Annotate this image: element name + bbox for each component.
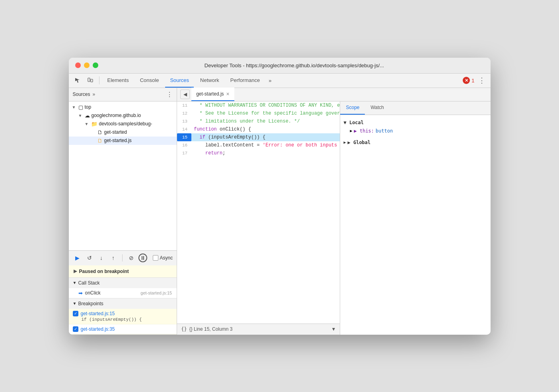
async-checkbox-group[interactable]: Async: [153, 255, 173, 261]
inspect-icon[interactable]: [72, 75, 83, 86]
tab-performance[interactable]: Performance: [226, 73, 265, 88]
editor-tab-getstarted[interactable]: get-started.js ×: [191, 88, 234, 101]
code-area[interactable]: 11 * WITHOUT WARRANTIES OR CONDITIONS OF…: [177, 101, 340, 324]
breakpoint-item-1: ✓ get-started.js:15 if (inputsAreEmpty()…: [69, 309, 177, 324]
code-content-13: * limitations under the License. */: [191, 117, 340, 125]
code-line-13: 13 * limitations under the License. */: [177, 117, 340, 125]
call-stack-item[interactable]: ➡ onClick get-started.js:15: [69, 288, 177, 298]
tab-elements[interactable]: Elements: [103, 73, 134, 88]
step-out-button[interactable]: ↑: [109, 253, 118, 263]
dbg-divider: [122, 254, 123, 261]
editor-scope-container: 11 * WITHOUT WARRANTIES OR CONDITIONS OF…: [177, 101, 490, 335]
line-number-14: 14: [177, 125, 191, 133]
resume-button[interactable]: ▶: [73, 253, 82, 263]
scope-local-header[interactable]: ▼ Local: [343, 118, 490, 127]
breakpoints-header[interactable]: ▼ Breakpoints: [69, 298, 177, 309]
tab-sources[interactable]: Sources: [165, 73, 194, 88]
error-badge[interactable]: ✕ 1: [463, 77, 474, 84]
device-toolbar-icon[interactable]: [85, 75, 96, 86]
tree-item-top[interactable]: ▼ ▢ top: [69, 103, 177, 111]
code-line-17: 17 return;: [177, 149, 340, 157]
call-stack-section: ▼ Call Stack ➡ onClick get-started.js:15: [69, 278, 177, 298]
breakpoint-item-2: ✓ get-started.js:35: [69, 324, 177, 334]
scope-content: ▼ Local ▶ ▶ this: button ▶ ▶ Global Wind…: [340, 115, 490, 335]
error-count: 1: [471, 78, 474, 84]
status-format-icon[interactable]: {}: [181, 326, 187, 332]
tree-arrow-top: ▼: [72, 105, 77, 109]
tab-console[interactable]: Console: [135, 73, 164, 88]
step-into-button[interactable]: ↓: [97, 253, 106, 263]
editor-tab-bar: ◀ get-started.js ×: [177, 88, 490, 101]
error-icon: ✕: [463, 77, 470, 84]
code-line-14: 14 function onClick() {: [177, 125, 340, 133]
async-checkbox[interactable]: [153, 255, 158, 261]
editor-back-icon[interactable]: ◀: [180, 90, 190, 99]
tab-network[interactable]: Network: [195, 73, 224, 88]
panel-menu-icon[interactable]: ⋮: [166, 91, 173, 98]
paused-banner[interactable]: ▶ Paused on breakpoint: [69, 265, 177, 278]
status-position: {} Line 15, Column 3: [189, 326, 233, 332]
window-title: Developer Tools - https://googlechrome.g…: [105, 62, 484, 68]
paused-arrow-icon: ▶: [74, 269, 77, 274]
main-content: Sources » ⋮ ▼ ▢ top ▼ ☁ googlechrome.git…: [69, 88, 491, 335]
status-expand-icon[interactable]: ▼: [331, 326, 336, 332]
scope-tab-watch[interactable]: Watch: [365, 101, 390, 115]
tree-item-file1[interactable]: 🗋 get-started: [69, 128, 177, 137]
close-button[interactable]: [75, 62, 81, 68]
code-line-11: 11 * WITHOUT WARRANTIES OR CONDITIONS OF…: [177, 101, 340, 109]
code-editor: 11 * WITHOUT WARRANTIES OR CONDITIONS OF…: [177, 101, 340, 335]
page-icon: ▢: [78, 104, 83, 110]
code-content-15: if (inputsAreEmpty()) {: [191, 133, 340, 141]
tree-item-folder[interactable]: ▼ 📁 devtools-samples/debug-: [69, 120, 177, 128]
bp-checkbox-1[interactable]: ✓: [73, 311, 78, 316]
bp-checkbox-2[interactable]: ✓: [73, 326, 78, 332]
code-content-17: return;: [191, 149, 340, 157]
call-name: onClick: [85, 290, 138, 296]
bp-name-1: get-started.js:15: [81, 311, 115, 316]
minimize-button[interactable]: [84, 62, 90, 68]
folder-icon: 📁: [91, 121, 97, 127]
scope-tab-label: Scope: [346, 105, 359, 110]
domain-label: googlechrome.github.io: [92, 113, 141, 118]
code-content-12: * See the License for the specific langu…: [191, 109, 340, 117]
scope-global-label: ▶ Global: [347, 140, 490, 145]
panel-more-button[interactable]: »: [93, 92, 95, 97]
async-label: Async: [160, 255, 173, 261]
call-stack-header[interactable]: ▼ Call Stack: [69, 278, 177, 288]
watch-tab-label: Watch: [370, 105, 384, 110]
tree-item-file2[interactable]: 🗋 get-started.js: [69, 137, 177, 145]
scope-this-key: ▶ this:: [354, 128, 374, 134]
scope-tab-scope[interactable]: Scope: [340, 101, 365, 115]
more-tabs-button[interactable]: »: [266, 78, 274, 84]
status-bar: {} {} Line 15, Column 3 ▼: [177, 324, 340, 335]
toolbar-divider-1: [99, 76, 99, 84]
scope-this-item[interactable]: ▶ ▶ this: button: [343, 127, 490, 135]
tree-item-domain[interactable]: ▼ ☁ googlechrome.github.io: [69, 111, 177, 120]
tree-arrow-domain: ▼: [78, 113, 83, 118]
code-line-12: 12 * See the License for the specific la…: [177, 109, 340, 117]
breakpoints-arrow-icon: ▼: [73, 301, 77, 306]
traffic-lights: [75, 62, 98, 68]
line-number-13: 13: [177, 117, 191, 125]
html-file-icon: 🗋: [97, 129, 103, 135]
editor-tab-label: get-started.js: [196, 91, 224, 97]
call-location: get-started.js:15: [140, 291, 172, 295]
file1-label: get-started: [104, 129, 127, 135]
settings-icon[interactable]: ⋮: [476, 75, 487, 86]
step-over-button[interactable]: ↺: [85, 253, 94, 263]
scope-global-arrow: ▶: [343, 140, 346, 144]
breakpoints-title: Breakpoints: [78, 301, 103, 306]
cloud-icon: ☁: [85, 113, 90, 119]
deactivate-breakpoints-button[interactable]: ⊘: [127, 253, 136, 263]
panel-header: Sources » ⋮: [69, 88, 177, 101]
debugger-controls: ▶ ↺ ↓ ↑ ⊘ ⏸ Async: [69, 250, 177, 265]
scope-panel: Scope Watch ▼ Local ▶ ▶ this:: [340, 101, 490, 335]
scope-global-header[interactable]: ▶ ▶ Global Window: [343, 138, 490, 147]
line-number-16: 16: [177, 141, 191, 149]
tab-close-icon[interactable]: ×: [226, 91, 230, 97]
code-content-14: function onClick() {: [191, 125, 340, 133]
maximize-button[interactable]: [93, 62, 98, 68]
line-number-12: 12: [177, 109, 191, 117]
file-tree: ▼ ▢ top ▼ ☁ googlechrome.github.io ▼ 📁 d…: [69, 101, 177, 250]
pause-on-exceptions-button[interactable]: ⏸: [138, 254, 147, 262]
